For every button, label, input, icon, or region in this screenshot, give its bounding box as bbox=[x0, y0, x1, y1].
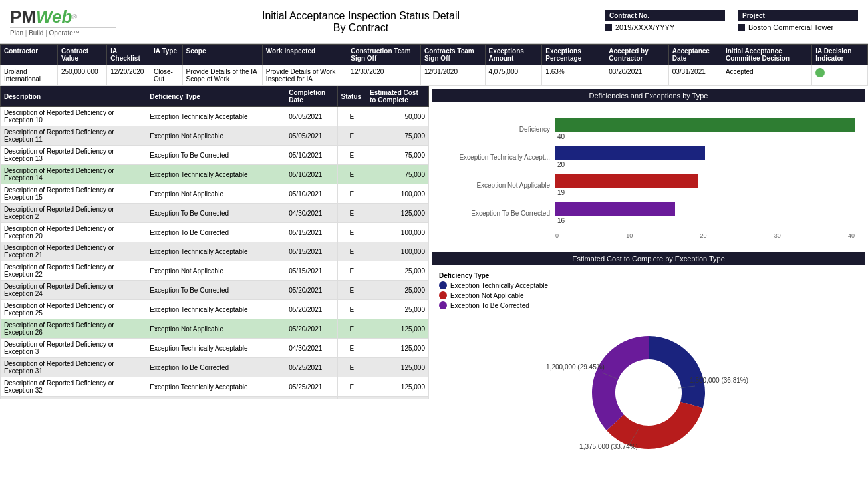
cell-accepted-contractor: 03/20/2021 bbox=[605, 65, 668, 86]
detail-date: 04/30/2021 bbox=[285, 204, 337, 223]
bar-chart-title: Deficiencies and Exceptions by Type bbox=[432, 89, 865, 102]
col-ia-checklist: IA Checklist bbox=[107, 45, 150, 65]
list-item: Description of Reported Deficiency or Ex… bbox=[1, 223, 429, 242]
legend-label: Exception To Be Corrected bbox=[450, 302, 529, 309]
logo-web: Web bbox=[36, 7, 72, 27]
detail-date: 05/05/2021 bbox=[285, 126, 337, 146]
bar-value: 16 bbox=[557, 217, 565, 224]
col-ia-type: IA Type bbox=[150, 45, 183, 65]
logo-tagline: Plan | Build | Operate™ bbox=[10, 27, 116, 37]
project-label: Project bbox=[738, 10, 858, 21]
col-exceptions-amount: Exceptions Amount bbox=[485, 45, 542, 65]
bar-axis: 010203040 bbox=[555, 230, 855, 239]
detail-type: Exception Not Applicable bbox=[146, 261, 285, 281]
detail-date: 05/25/2021 bbox=[285, 358, 337, 377]
project-block: Project Boston Commercial Tower bbox=[738, 10, 858, 33]
detail-status: E bbox=[337, 358, 366, 377]
label-1375: 1,375,000 (33.74%) bbox=[579, 443, 638, 450]
detail-status: E bbox=[337, 223, 366, 242]
detail-type: Exception Technically Acceptable bbox=[146, 300, 285, 319]
legend-dot bbox=[439, 291, 447, 299]
detail-col-type: Deficiency Type bbox=[146, 86, 285, 107]
donut-segment bbox=[592, 336, 649, 430]
detail-date: 05/15/2021 bbox=[285, 223, 337, 242]
detail-status: E bbox=[337, 319, 366, 339]
detail-table: Description Deficiency Type Completion D… bbox=[0, 86, 429, 399]
list-item: Description of Reported Deficiency or Ex… bbox=[1, 204, 429, 223]
detail-type: Exception Technically Acceptable bbox=[146, 242, 285, 261]
main-table-wrap: Contractor Contract Value IA Checklist I… bbox=[0, 44, 868, 86]
project-dot bbox=[738, 24, 745, 31]
detail-status: E bbox=[337, 377, 366, 397]
list-item: Description of Reported Deficiency or Ex… bbox=[1, 242, 429, 261]
detail-type: Exception To Be Corrected bbox=[146, 204, 285, 223]
list-item: Description of Reported Deficiency or Ex… bbox=[1, 319, 429, 339]
legend-title: Deficiency Type bbox=[439, 272, 858, 279]
detail-col-date: Completion Date bbox=[285, 86, 337, 107]
list-item: Description of Reported Deficiency or Ex… bbox=[1, 377, 429, 397]
col-construction-sign: Construction Team Sign Off bbox=[347, 45, 421, 65]
axis-label: 40 bbox=[848, 232, 855, 239]
detail-status: E bbox=[337, 261, 366, 281]
list-item: Description of Reported Deficiency or Ex… bbox=[1, 184, 429, 204]
cell-contracts-sign: 12/31/2020 bbox=[420, 65, 485, 86]
legend-label: Exception Not Applicable bbox=[450, 292, 524, 299]
detail-type: Exception Technically Acceptable bbox=[146, 107, 285, 126]
detail-type: Exception Technically Acceptable bbox=[146, 377, 285, 397]
bar-value: 40 bbox=[557, 133, 565, 140]
detail-cost: 100,000 bbox=[366, 242, 428, 261]
detail-scroll[interactable]: Description Deficiency Type Completion D… bbox=[0, 86, 429, 399]
detail-cost: 125,000 bbox=[366, 377, 428, 397]
cell-exceptions-pct: 1.63% bbox=[542, 65, 605, 86]
detail-desc: Description of Reported Deficiency or Ex… bbox=[1, 358, 146, 377]
detail-date: 05/25/2021 bbox=[285, 397, 337, 399]
detail-type: Exception To Be Corrected bbox=[146, 281, 285, 300]
logo: PM Web ® bbox=[10, 7, 116, 27]
page-header: PM Web ® Plan | Build | Operate™ Initial… bbox=[0, 0, 868, 44]
cell-scope: Provide Details of the IA Scope of Work bbox=[182, 65, 262, 86]
bar-row: Exception Technically Accept... 20 bbox=[442, 146, 855, 168]
label-1500: 1,500,000 (36.81%) bbox=[690, 377, 748, 384]
cell-contractor: Broland International bbox=[1, 65, 58, 86]
detail-date: 05/10/2021 bbox=[285, 165, 337, 184]
detail-status: E bbox=[337, 184, 366, 204]
bar-fill bbox=[555, 174, 698, 188]
detail-cost: 25,000 bbox=[366, 300, 428, 319]
detail-desc: Description of Reported Deficiency or Ex… bbox=[1, 281, 146, 300]
cell-indicator bbox=[812, 65, 868, 86]
detail-date: 05/05/2021 bbox=[285, 107, 337, 126]
contract-dot bbox=[605, 24, 612, 31]
legend-label: Exception Technically Acceptable bbox=[450, 282, 548, 289]
bar-value: 19 bbox=[557, 189, 565, 196]
logo-area: PM Web ® Plan | Build | Operate™ bbox=[10, 7, 116, 37]
legend-item: Exception To Be Corrected bbox=[439, 301, 858, 309]
detail-type: Exception Not Applicable bbox=[146, 319, 285, 339]
detail-date: 04/30/2021 bbox=[285, 339, 337, 358]
col-contracts-sign: Contracts Team Sign Off bbox=[420, 45, 485, 65]
detail-col-cost: Estimated Cost to Complete bbox=[366, 86, 428, 107]
detail-date: 05/20/2021 bbox=[285, 281, 337, 300]
detail-desc: Description of Reported Deficiency or Ex… bbox=[1, 339, 146, 358]
list-item: Description of Reported Deficiency or Ex… bbox=[1, 397, 429, 399]
detail-desc: Description of Reported Deficiency or Ex… bbox=[1, 165, 146, 184]
left-panel: Description Deficiency Type Completion D… bbox=[0, 86, 429, 476]
detail-cost: 125,000 bbox=[366, 204, 428, 223]
detail-cost: 50,000 bbox=[366, 107, 428, 126]
detail-type: Exception To Be Corrected bbox=[146, 223, 285, 242]
detail-type: Exception To Be Corrected bbox=[146, 358, 285, 377]
axis-label: 20 bbox=[700, 232, 706, 239]
cell-acceptance-date: 03/31/2021 bbox=[668, 65, 722, 86]
detail-cost: 125,000 bbox=[366, 358, 428, 377]
bar-row: Deficiency 40 bbox=[442, 118, 855, 140]
cell-decision: Accepted bbox=[722, 65, 811, 86]
detail-cost: 25,000 bbox=[366, 261, 428, 281]
logo-pm: PM bbox=[10, 7, 36, 27]
detail-date: 05/25/2021 bbox=[285, 377, 337, 397]
list-item: Description of Reported Deficiency or Ex… bbox=[1, 261, 429, 281]
detail-desc: Description of Reported Deficiency or Ex… bbox=[1, 184, 146, 204]
report-title: Initial Acceptance Inspection Status Det… bbox=[116, 10, 605, 34]
detail-status: E bbox=[337, 242, 366, 261]
bar-label: Deficiency bbox=[442, 126, 555, 133]
detail-col-status: Status bbox=[337, 86, 366, 107]
bar-label: Exception To Be Corrected bbox=[442, 210, 555, 217]
